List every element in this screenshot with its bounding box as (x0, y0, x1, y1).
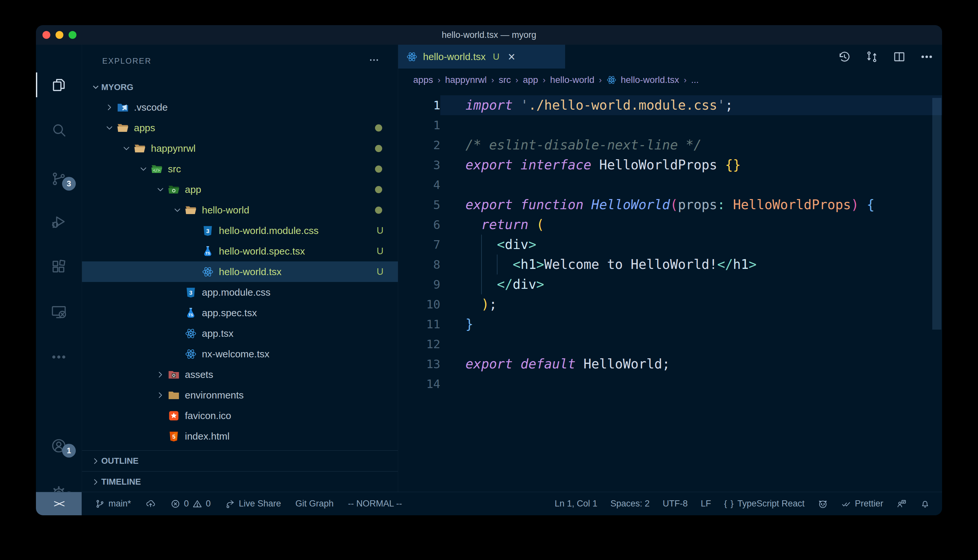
code-line[interactable]: 3export interface HelloWorldProps {} (398, 155, 942, 175)
status-prettier-status[interactable]: Prettier (841, 498, 883, 509)
split-editor-icon[interactable] (893, 50, 906, 63)
code-line[interactable]: 6 return ( (398, 215, 942, 235)
tree-item-assets[interactable]: assets (82, 364, 398, 385)
code-line-content: export default HelloWorld; (440, 354, 942, 374)
remote-indicator[interactable]: >< (36, 492, 82, 515)
chevron-spacer (172, 307, 183, 318)
tree-item-apps[interactable]: apps (82, 117, 398, 138)
tree-item-happynrwl[interactable]: happynrwl (82, 138, 398, 158)
status-language-mode[interactable]: { }TypeScript React (724, 498, 804, 509)
code-line[interactable]: 4 (398, 175, 942, 195)
code-line[interactable]: 11} (398, 314, 942, 334)
activity-item-source-control[interactable]: 3 (36, 163, 82, 195)
tree-item-nx-welcome.tsx[interactable]: nx-welcome.tsx (82, 343, 398, 364)
history-icon[interactable] (838, 50, 851, 63)
code-line[interactable]: 12 (398, 334, 942, 354)
activity-item-more[interactable] (36, 341, 82, 373)
section-outline[interactable]: OUTLINE (82, 450, 398, 471)
status-branch-indicator[interactable]: main* (95, 498, 131, 509)
activity-item-search[interactable] (36, 113, 82, 146)
code-line[interactable]: 1import './hello-world.module.css'; (398, 95, 942, 115)
workspace-section-myorg[interactable]: MYORG (82, 77, 398, 97)
activity-item-extensions[interactable] (36, 251, 82, 283)
status-vim-mode[interactable]: -- NORMAL -- (348, 498, 402, 509)
status-label: -- NORMAL -- (348, 498, 402, 509)
tree-item-app[interactable]: app (82, 179, 398, 200)
breadcrumb-item-app[interactable]: app (523, 75, 538, 85)
tree-item-label: src (168, 163, 181, 175)
code-line[interactable]: 8 <h1>Welcome to HelloWorld!</h1> (398, 255, 942, 275)
status-live-share[interactable]: Live Share (225, 498, 281, 509)
status-indentation[interactable]: Spaces: 2 (610, 498, 650, 509)
close-window-button[interactable] (42, 31, 50, 39)
status-eol[interactable]: LF (700, 498, 711, 509)
editor-scrollbar[interactable] (932, 98, 941, 330)
tree-item-.vscode[interactable]: .vscode (82, 97, 398, 117)
code-line[interactable]: 5export function HelloWorld(props: Hello… (398, 195, 942, 215)
status-feedback[interactable] (896, 498, 907, 509)
breadcrumb-item-src[interactable]: src (499, 75, 511, 85)
line-number: 1 (398, 115, 440, 135)
status-github-status[interactable] (818, 498, 828, 509)
status-cursor-position[interactable]: Ln 1, Col 1 (555, 498, 597, 509)
tree-item-app.module.css[interactable]: 3app.module.css (82, 282, 398, 303)
tree-item-hello-world.module.css[interactable]: 3hello-world.module.cssU (82, 220, 398, 241)
workspace-name: MYORG (101, 82, 133, 92)
breadcrumb-item-file[interactable]: hello-world.tsx (621, 75, 679, 85)
line-number: 7 (398, 235, 440, 255)
tree-item-app.tsx[interactable]: app.tsx (82, 323, 398, 343)
token: ( (670, 197, 678, 212)
code-line-content: <h1>Welcome to HelloWorld!</h1> (440, 255, 942, 275)
minimize-window-button[interactable] (55, 31, 64, 39)
tree-item-app.spec.tsx[interactable]: TSapp.spec.tsx (82, 303, 398, 323)
code-line[interactable]: 7 <div> (398, 235, 942, 255)
status-publish-changes[interactable] (145, 498, 156, 509)
more-icon[interactable] (920, 50, 934, 63)
breadcrumb-overflow[interactable]: ... (691, 75, 699, 85)
zoom-window-button[interactable] (69, 31, 77, 39)
tree-item-index.html[interactable]: 5index.html (82, 426, 398, 447)
git-modified-dot (375, 124, 382, 132)
chevron-right-icon (104, 102, 115, 113)
window-title: hello-world.tsx — myorg (36, 30, 942, 40)
sidebar-bottom-sections: OUTLINETIMELINE (82, 450, 398, 492)
compare-changes-icon[interactable] (865, 50, 879, 63)
folder-assets-icon (167, 368, 180, 381)
css-icon: 3 (201, 224, 214, 237)
code-line[interactable]: 2/* eslint-disable-next-line */ (398, 135, 942, 155)
tree-item-src[interactable]: </>src (82, 158, 398, 179)
activity-item-explorer[interactable] (36, 68, 82, 101)
section-label: TIMELINE (101, 477, 141, 487)
tree-item-environments[interactable]: environments (82, 385, 398, 405)
tree-item-favicon.ico[interactable]: favicon.ico (82, 405, 398, 426)
close-tab-icon[interactable]: × (508, 51, 515, 63)
tree-item-label: .vscode (134, 102, 167, 113)
editor-group: hello-world.tsx U × apps›happynrwl›src›a… (398, 45, 942, 492)
activity-item-remote[interactable] (36, 296, 82, 328)
code-line[interactable]: 9 </div> (398, 275, 942, 294)
breadcrumb-item-apps[interactable]: apps (413, 75, 433, 85)
tab-hello-world-tsx[interactable]: hello-world.tsx U × (398, 45, 565, 68)
tree-item-hello-world.spec.tsx[interactable]: TShello-world.spec.tsxU (82, 241, 398, 262)
status-notifications[interactable] (920, 498, 930, 509)
title-bar[interactable]: hello-world.tsx — myorg (36, 25, 942, 45)
activity-item-accounts[interactable]: 1 (36, 430, 82, 462)
section-label: OUTLINE (101, 456, 139, 466)
code-editor[interactable]: 1import './hello-world.module.css';12/* … (398, 92, 942, 492)
explorer-more-icon[interactable] (368, 55, 379, 68)
tree-item-hello-world.tsx[interactable]: hello-world.tsxU (82, 262, 398, 282)
breadcrumb-item-hello-world[interactable]: hello-world (550, 75, 594, 85)
breadcrumb-item-happynrwl[interactable]: happynrwl (445, 75, 487, 85)
section-timeline[interactable]: TIMELINE (82, 471, 398, 492)
status-problems-indicator[interactable]: 00 (170, 498, 211, 509)
code-line[interactable]: 14 (398, 374, 942, 394)
code-line[interactable]: 1 (398, 115, 942, 135)
token: ) (851, 197, 859, 212)
tree-item-hello-world[interactable]: hello-world (82, 200, 398, 220)
code-line[interactable]: 13export default HelloWorld; (398, 354, 942, 374)
status-encoding[interactable]: UTF-8 (663, 498, 688, 509)
code-line[interactable]: 10 ); (398, 294, 942, 314)
status-git-graph[interactable]: Git Graph (295, 498, 334, 509)
token (513, 197, 521, 212)
activity-item-run-debug[interactable] (36, 205, 82, 238)
